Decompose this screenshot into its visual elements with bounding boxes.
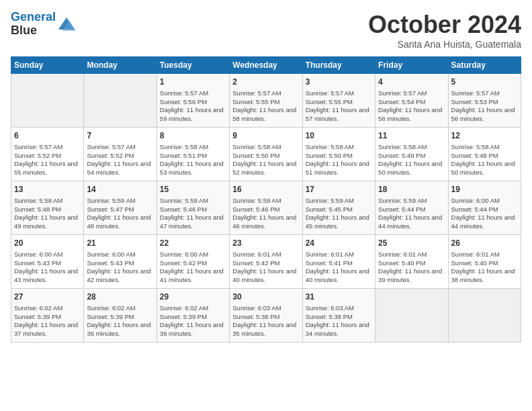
cell-info: Sunrise: 5:58 AM Sunset: 5:49 PM Dayligh… — [378, 143, 445, 177]
day-number: 29 — [160, 291, 226, 303]
cell-info: Sunrise: 5:57 AM Sunset: 5:55 PM Dayligh… — [306, 89, 372, 124]
day-number: 26 — [451, 238, 518, 249]
day-number: 14 — [87, 184, 153, 195]
cell-info: Sunrise: 5:59 AM Sunset: 5:47 PM Dayligh… — [87, 197, 153, 231]
calendar-cell — [448, 289, 521, 342]
day-number: 19 — [451, 184, 518, 195]
day-number: 15 — [160, 184, 226, 195]
calendar-cell: 1Sunrise: 5:57 AM Sunset: 5:56 PM Daylig… — [157, 74, 229, 128]
cell-info: Sunrise: 6:00 AM Sunset: 5:44 PM Dayligh… — [451, 197, 518, 231]
cell-info: Sunrise: 5:59 AM Sunset: 5:45 PM Dayligh… — [306, 197, 372, 231]
day-number: 10 — [306, 130, 372, 142]
cell-info: Sunrise: 5:57 AM Sunset: 5:55 PM Dayligh… — [232, 89, 299, 124]
calendar-cell — [84, 74, 157, 128]
calendar-week-row: 6Sunrise: 5:57 AM Sunset: 5:52 PM Daylig… — [11, 128, 521, 181]
day-number: 4 — [378, 77, 445, 88]
cell-info: Sunrise: 6:00 AM Sunset: 5:43 PM Dayligh… — [14, 250, 81, 285]
calendar-cell: 3Sunrise: 5:57 AM Sunset: 5:55 PM Daylig… — [302, 74, 375, 128]
calendar-cell: 28Sunrise: 6:02 AM Sunset: 5:39 PM Dayli… — [84, 289, 157, 342]
cell-info: Sunrise: 6:01 AM Sunset: 5:40 PM Dayligh… — [378, 250, 445, 285]
calendar-cell: 18Sunrise: 5:59 AM Sunset: 5:44 PM Dayli… — [375, 181, 448, 235]
cell-info: Sunrise: 5:57 AM Sunset: 5:56 PM Dayligh… — [160, 89, 226, 124]
day-number: 21 — [87, 238, 153, 249]
day-number: 16 — [232, 184, 299, 195]
calendar-cell: 7Sunrise: 5:57 AM Sunset: 5:52 PM Daylig… — [84, 128, 157, 181]
month-title: October 2024 — [368, 11, 521, 39]
cell-info: Sunrise: 6:02 AM Sunset: 5:39 PM Dayligh… — [160, 304, 226, 338]
cell-info: Sunrise: 5:57 AM Sunset: 5:52 PM Dayligh… — [14, 143, 81, 177]
day-number: 27 — [14, 291, 81, 303]
calendar-cell: 17Sunrise: 5:59 AM Sunset: 5:45 PM Dayli… — [302, 181, 375, 235]
day-number: 30 — [232, 291, 299, 303]
calendar-cell: 8Sunrise: 5:58 AM Sunset: 5:51 PM Daylig… — [157, 128, 229, 181]
day-number: 22 — [160, 238, 226, 249]
calendar-table: SundayMondayTuesdayWednesdayThursdayFrid… — [11, 56, 521, 342]
calendar-week-row: 1Sunrise: 5:57 AM Sunset: 5:56 PM Daylig… — [11, 74, 521, 128]
calendar-week-row: 20Sunrise: 6:00 AM Sunset: 5:43 PM Dayli… — [11, 235, 521, 289]
calendar-cell: 25Sunrise: 6:01 AM Sunset: 5:40 PM Dayli… — [375, 235, 448, 289]
calendar-cell: 21Sunrise: 6:00 AM Sunset: 5:43 PM Dayli… — [84, 235, 157, 289]
location-subtitle: Santa Ana Huista, Guatemala — [368, 39, 521, 50]
logo: GeneralBlue — [11, 11, 76, 38]
day-number: 25 — [378, 238, 445, 249]
calendar-week-row: 27Sunrise: 6:02 AM Sunset: 5:39 PM Dayli… — [11, 289, 521, 342]
day-number: 31 — [306, 291, 372, 303]
day-number: 28 — [87, 291, 153, 303]
cell-info: Sunrise: 5:57 AM Sunset: 5:54 PM Dayligh… — [378, 89, 445, 124]
cell-info: Sunrise: 5:59 AM Sunset: 5:46 PM Dayligh… — [232, 197, 299, 231]
cell-info: Sunrise: 6:01 AM Sunset: 5:41 PM Dayligh… — [306, 250, 372, 285]
calendar-cell: 10Sunrise: 5:58 AM Sunset: 5:50 PM Dayli… — [302, 128, 375, 181]
cell-info: Sunrise: 6:03 AM Sunset: 5:38 PM Dayligh… — [306, 304, 372, 338]
day-number: 9 — [232, 130, 299, 142]
weekday-header: Tuesday — [157, 57, 229, 74]
calendar-cell: 5Sunrise: 5:57 AM Sunset: 5:53 PM Daylig… — [448, 74, 521, 128]
cell-info: Sunrise: 5:58 AM Sunset: 5:51 PM Dayligh… — [160, 143, 226, 177]
calendar-cell: 12Sunrise: 5:58 AM Sunset: 5:48 PM Dayli… — [448, 128, 521, 181]
day-number: 23 — [232, 238, 299, 249]
weekday-header: Sunday — [11, 57, 84, 74]
calendar-cell — [375, 289, 448, 342]
calendar-cell: 16Sunrise: 5:59 AM Sunset: 5:46 PM Dayli… — [230, 181, 302, 235]
cell-info: Sunrise: 5:59 AM Sunset: 5:44 PM Dayligh… — [378, 197, 445, 231]
day-number: 8 — [160, 130, 226, 142]
title-block: October 2024 Santa Ana Huista, Guatemala — [368, 11, 521, 50]
calendar-cell: 31Sunrise: 6:03 AM Sunset: 5:38 PM Dayli… — [302, 289, 375, 342]
calendar-cell: 23Sunrise: 6:01 AM Sunset: 5:42 PM Dayli… — [230, 235, 302, 289]
logo-text: GeneralBlue — [11, 11, 56, 38]
day-number: 12 — [451, 130, 518, 142]
day-number: 6 — [14, 130, 81, 142]
calendar-cell: 13Sunrise: 5:58 AM Sunset: 5:48 PM Dayli… — [11, 181, 84, 235]
weekday-header: Saturday — [448, 57, 521, 74]
day-number: 20 — [14, 238, 81, 249]
day-number: 13 — [14, 184, 81, 195]
day-number: 2 — [232, 77, 299, 88]
cell-info: Sunrise: 6:00 AM Sunset: 5:43 PM Dayligh… — [87, 250, 153, 285]
calendar-cell: 27Sunrise: 6:02 AM Sunset: 5:39 PM Dayli… — [11, 289, 84, 342]
day-number: 3 — [306, 77, 372, 88]
calendar-cell: 29Sunrise: 6:02 AM Sunset: 5:39 PM Dayli… — [157, 289, 229, 342]
calendar-cell: 24Sunrise: 6:01 AM Sunset: 5:41 PM Dayli… — [302, 235, 375, 289]
page-header: GeneralBlue October 2024 Santa Ana Huist… — [11, 11, 521, 50]
calendar-cell: 20Sunrise: 6:00 AM Sunset: 5:43 PM Dayli… — [11, 235, 84, 289]
calendar-cell: 11Sunrise: 5:58 AM Sunset: 5:49 PM Dayli… — [375, 128, 448, 181]
day-number: 5 — [451, 77, 518, 88]
calendar-cell: 30Sunrise: 6:03 AM Sunset: 5:38 PM Dayli… — [230, 289, 302, 342]
calendar-cell: 19Sunrise: 6:00 AM Sunset: 5:44 PM Dayli… — [448, 181, 521, 235]
calendar-cell: 9Sunrise: 5:58 AM Sunset: 5:50 PM Daylig… — [230, 128, 302, 181]
cell-info: Sunrise: 6:03 AM Sunset: 5:38 PM Dayligh… — [232, 304, 299, 338]
cell-info: Sunrise: 5:58 AM Sunset: 5:50 PM Dayligh… — [306, 143, 372, 177]
cell-info: Sunrise: 5:58 AM Sunset: 5:48 PM Dayligh… — [451, 143, 518, 177]
calendar-cell: 6Sunrise: 5:57 AM Sunset: 5:52 PM Daylig… — [11, 128, 84, 181]
day-number: 24 — [306, 238, 372, 249]
calendar-cell: 15Sunrise: 5:59 AM Sunset: 5:46 PM Dayli… — [157, 181, 229, 235]
weekday-header: Wednesday — [230, 57, 302, 74]
cell-info: Sunrise: 5:57 AM Sunset: 5:52 PM Dayligh… — [87, 143, 153, 177]
calendar-cell: 14Sunrise: 5:59 AM Sunset: 5:47 PM Dayli… — [84, 181, 157, 235]
cell-info: Sunrise: 6:02 AM Sunset: 5:39 PM Dayligh… — [87, 304, 153, 338]
calendar-cell: 22Sunrise: 6:00 AM Sunset: 5:42 PM Dayli… — [157, 235, 229, 289]
logo-icon — [57, 15, 76, 34]
cell-info: Sunrise: 6:00 AM Sunset: 5:42 PM Dayligh… — [160, 250, 226, 285]
cell-info: Sunrise: 5:58 AM Sunset: 5:48 PM Dayligh… — [14, 197, 81, 231]
weekday-header: Thursday — [302, 57, 375, 74]
cell-info: Sunrise: 6:01 AM Sunset: 5:40 PM Dayligh… — [451, 250, 518, 285]
